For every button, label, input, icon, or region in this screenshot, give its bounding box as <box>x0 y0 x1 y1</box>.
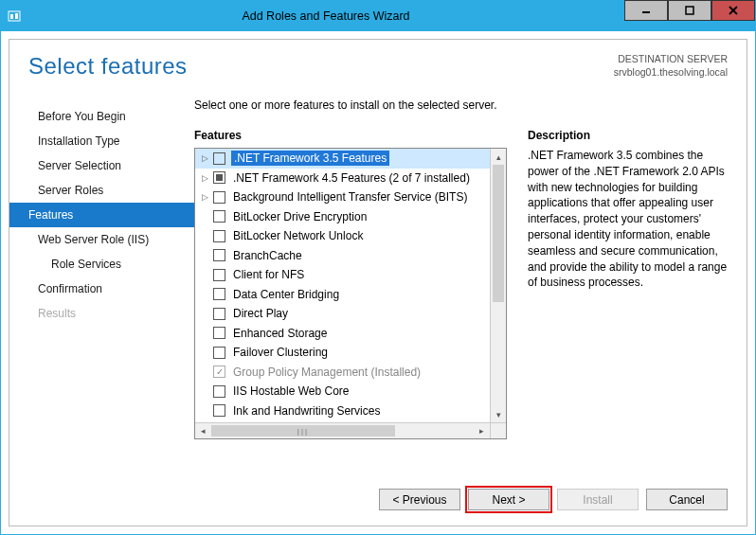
feature-item[interactable]: ▷Enhanced Storage <box>195 324 490 344</box>
close-button[interactable] <box>711 0 755 21</box>
nav-item-features[interactable]: Features <box>9 203 194 227</box>
destination-value: srvblog01.thesolving.local <box>614 66 728 80</box>
feature-checkbox[interactable] <box>213 327 225 339</box>
feature-label: Client for NFS <box>231 267 306 282</box>
nav-item-confirmation[interactable]: Confirmation <box>9 276 194 301</box>
nav-item-server-selection[interactable]: Server Selection <box>9 153 194 178</box>
description-text: .NET Framework 3.5 combines the power of… <box>528 148 728 291</box>
nav-item-before-you-begin[interactable]: Before You Begin <box>9 104 194 129</box>
description-heading: Description <box>528 129 728 142</box>
feature-label: Background Intelligent Transfer Service … <box>231 189 469 205</box>
feature-item[interactable]: ▷BitLocker Network Unlock <box>195 226 490 246</box>
scroll-left-icon[interactable]: ◂ <box>195 423 211 438</box>
horizontal-scrollbar[interactable]: ◂ ||| ▸ <box>195 422 490 438</box>
maximize-button[interactable] <box>668 0 711 21</box>
wizard-footer: < Previous Next > Install Cancel <box>9 475 747 526</box>
feature-item[interactable]: ▷Ink and Handwriting Services <box>195 401 490 421</box>
nav-item-results: Results <box>9 301 194 326</box>
svg-rect-0 <box>9 11 20 21</box>
feature-item[interactable]: ▷Client for NFS <box>195 265 490 285</box>
feature-label: .NET Framework 4.5 Features (2 of 7 inst… <box>231 170 472 186</box>
nav-item-server-roles[interactable]: Server Roles <box>9 178 194 203</box>
feature-label: Group Policy Management (Installed) <box>231 365 423 380</box>
features-listbox: ▷.NET Framework 3.5 Features▷.NET Framew… <box>194 148 507 439</box>
wizard-nav: Before You BeginInstallation TypeServer … <box>9 98 194 475</box>
scroll-up-icon[interactable]: ▴ <box>491 149 506 165</box>
feature-label: IIS Hostable Web Core <box>231 383 351 399</box>
feature-checkbox[interactable] <box>213 404 225 417</box>
description-column: Description .NET Framework 3.5 combines … <box>528 129 728 475</box>
titlebar: Add Roles and Features Wizard <box>1 1 755 31</box>
feature-label: Enhanced Storage <box>231 326 329 341</box>
nav-item-installation-type[interactable]: Installation Type <box>9 129 194 153</box>
svg-rect-1 <box>10 14 13 19</box>
feature-item[interactable]: ▷Failover Clustering <box>195 343 490 363</box>
nav-item-role-services[interactable]: Role Services <box>9 252 194 276</box>
feature-checkbox[interactable] <box>213 385 225 398</box>
feature-label: BitLocker Drive Encryption <box>231 209 369 224</box>
feature-item[interactable]: ▷Data Center Bridging <box>195 285 490 305</box>
feature-checkbox[interactable] <box>213 210 225 223</box>
expander-icon[interactable]: ▷ <box>199 153 210 163</box>
wizard-body: Select features DESTINATION SERVER srvbl… <box>9 39 747 526</box>
scroll-thumb[interactable] <box>493 165 504 302</box>
feature-label: .NET Framework 3.5 Features <box>231 151 389 166</box>
feature-checkbox[interactable] <box>213 152 225 165</box>
feature-checkbox[interactable] <box>213 249 225 261</box>
destination-server: DESTINATION SERVER srvblog01.thesolving.… <box>614 53 728 80</box>
feature-checkbox[interactable] <box>213 347 225 359</box>
page-title: Select features <box>28 53 188 80</box>
minimize-button[interactable] <box>624 0 668 21</box>
scroll-down-icon[interactable]: ▾ <box>491 406 506 422</box>
feature-item[interactable]: ▷Group Policy Management (Installed) <box>195 363 490 383</box>
feature-checkbox[interactable] <box>213 230 225 242</box>
feature-item[interactable]: ▷IIS Hostable Web Core <box>195 382 490 401</box>
wizard-window: Add Roles and Features Wizard Select fea… <box>0 0 756 535</box>
nav-item-web-server-role-iis-[interactable]: Web Server Role (IIS) <box>9 227 194 252</box>
feature-label: BitLocker Network Unlock <box>231 228 365 243</box>
app-icon <box>1 1 27 31</box>
feature-checkbox[interactable] <box>213 308 225 320</box>
window-controls <box>624 1 755 31</box>
scroll-corner <box>490 422 506 438</box>
feature-checkbox[interactable] <box>213 288 225 300</box>
feature-label: BranchCache <box>231 248 304 263</box>
features-column: Features ▷.NET Framework 3.5 Features▷.N… <box>194 129 507 475</box>
cancel-button[interactable]: Cancel <box>646 489 728 510</box>
feature-checkbox[interactable] <box>213 171 225 184</box>
previous-button[interactable]: < Previous <box>379 489 460 510</box>
feature-item[interactable]: ▷BitLocker Drive Encryption <box>195 207 490 227</box>
feature-label: Ink and Handwriting Services <box>231 403 382 419</box>
vertical-scrollbar[interactable]: ▴ ▾ <box>490 149 506 422</box>
feature-label: Data Center Bridging <box>231 287 341 302</box>
feature-label: Failover Clustering <box>231 345 330 360</box>
feature-item[interactable]: ▷Direct Play <box>195 304 490 324</box>
feature-item[interactable]: ▷.NET Framework 4.5 Features (2 of 7 ins… <box>195 169 490 188</box>
feature-checkbox[interactable] <box>213 269 225 281</box>
feature-checkbox[interactable] <box>213 191 225 204</box>
next-button[interactable]: Next > <box>468 489 549 510</box>
hscroll-thumb[interactable]: ||| <box>211 425 395 437</box>
scroll-right-icon[interactable]: ▸ <box>474 423 490 438</box>
svg-rect-2 <box>15 13 18 19</box>
expander-icon[interactable]: ▷ <box>199 173 210 183</box>
window-title: Add Roles and Features Wizard <box>27 9 624 23</box>
features-list[interactable]: ▷.NET Framework 3.5 Features▷.NET Framew… <box>195 149 490 422</box>
feature-item[interactable]: ▷BranchCache <box>195 246 490 266</box>
feature-item[interactable]: ▷Background Intelligent Transfer Service… <box>195 187 490 207</box>
install-button[interactable]: Install <box>557 489 639 510</box>
feature-checkbox[interactable] <box>213 366 225 378</box>
feature-label: Direct Play <box>231 306 290 321</box>
feature-item[interactable]: ▷.NET Framework 3.5 Features <box>195 149 490 169</box>
features-heading: Features <box>194 129 507 142</box>
destination-label: DESTINATION SERVER <box>614 53 728 66</box>
expander-icon[interactable]: ▷ <box>199 192 210 202</box>
main-panel: Select one or more features to install o… <box>194 98 728 475</box>
instruction-text: Select one or more features to install o… <box>194 98 728 112</box>
svg-rect-4 <box>686 7 693 14</box>
